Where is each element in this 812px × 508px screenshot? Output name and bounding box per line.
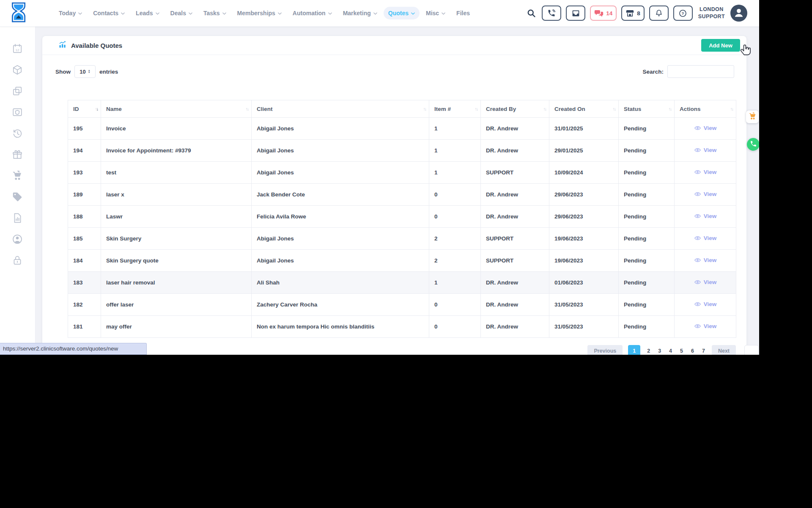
search-input[interactable] <box>667 65 734 78</box>
sidebar-membership-icon[interactable] <box>12 107 23 118</box>
user-icon <box>732 6 745 20</box>
cell-id: 184 <box>68 250 101 272</box>
pagination-page-7[interactable]: 7 <box>701 345 706 355</box>
table-header-row: ID↑↓Name↑↓Client↑↓Item #↑↓Created By↑↓Cr… <box>68 100 736 118</box>
sidebar-package-icon[interactable] <box>12 64 23 75</box>
pagination-previous[interactable]: Previous <box>587 345 623 355</box>
help-button[interactable]: ? <box>673 6 693 21</box>
nav-item-misc[interactable]: Misc <box>421 7 450 19</box>
nav-item-leads[interactable]: Leads <box>131 7 164 19</box>
view-link[interactable]: View <box>694 168 717 176</box>
nav-item-tasks[interactable]: Tasks <box>199 7 231 19</box>
cell-created-on: 19/06/2023 <box>549 228 619 250</box>
column-header-created-on[interactable]: Created On↑↓ <box>549 100 619 118</box>
sidebar-gift-icon[interactable] <box>12 149 23 160</box>
cell-status: Pending <box>619 140 675 162</box>
view-link[interactable]: View <box>694 279 717 286</box>
eye-icon <box>694 146 701 154</box>
cell-name: Invoice for Appointment: #9379 <box>101 140 252 162</box>
notifications-button[interactable] <box>649 6 669 21</box>
column-header-status[interactable]: Status↑↓ <box>619 100 675 118</box>
cell-created-on: 31/05/2023 <box>549 316 619 338</box>
nav-item-memberships[interactable]: Memberships <box>233 7 286 19</box>
cell-item-count: 1 <box>429 272 481 294</box>
cell-name: Skin Surgery quote <box>101 250 252 272</box>
nav-item-contacts[interactable]: Contacts <box>88 7 129 19</box>
cell-actions: View <box>675 228 736 250</box>
view-link[interactable]: View <box>694 323 717 330</box>
cart-icon <box>749 112 757 122</box>
floating-phone-button[interactable] <box>747 138 759 151</box>
sidebar-account-icon[interactable] <box>12 234 23 245</box>
table-row: 184 Skin Surgery quote Abigail Jones 2 S… <box>68 250 736 272</box>
nav-item-deals[interactable]: Deals <box>166 7 197 19</box>
floating-cart-button[interactable] <box>746 110 759 123</box>
sidebar-report-icon[interactable] <box>12 213 23 224</box>
pagination-page-2[interactable]: 2 <box>646 345 651 355</box>
column-header-actions[interactable]: Actions↑↓ <box>675 100 736 118</box>
table-row: 183 laser hair removal Ali Shah 1 DR. An… <box>68 272 736 294</box>
cell-client: Abigail Jones <box>252 140 429 162</box>
cell-actions: View <box>675 184 736 206</box>
pagination-page-3[interactable]: 3 <box>657 345 662 355</box>
inbox-button[interactable] <box>566 6 585 21</box>
cell-status: Pending <box>619 228 675 250</box>
cell-created-by: DR. Andrew <box>481 294 549 316</box>
search-icon[interactable] <box>527 8 536 18</box>
pagination-page-4[interactable]: 4 <box>668 345 673 355</box>
table-row: 185 Skin Surgery Abigail Jones 2 SUPPORT… <box>68 228 736 250</box>
pagination-page-6[interactable]: 6 <box>690 345 695 355</box>
column-header-client[interactable]: Client↑↓ <box>252 100 429 118</box>
pagination-page-5[interactable]: 5 <box>679 345 684 355</box>
eye-icon <box>694 124 701 132</box>
view-link[interactable]: View <box>694 257 717 264</box>
eye-icon <box>694 279 701 286</box>
sidebar-calendar-icon[interactable]: 12 <box>12 43 23 54</box>
chat-count-badge: 14 <box>606 10 612 17</box>
chat-bubbles-icon <box>594 9 604 17</box>
nav-item-today[interactable]: Today <box>54 7 87 19</box>
column-header-name[interactable]: Name↑↓ <box>101 100 252 118</box>
status-url-tooltip: https://server2.clinicsoftware.com/quote… <box>0 343 147 355</box>
view-link[interactable]: View <box>694 146 717 154</box>
phone-button[interactable] <box>542 6 561 21</box>
cell-status: Pending <box>619 184 675 206</box>
cell-actions: View <box>675 140 736 162</box>
column-header-item-[interactable]: Item #↑↓ <box>429 100 481 118</box>
column-header-id[interactable]: ID↑↓ <box>68 100 101 118</box>
sort-arrows-icon: ↑↓ <box>543 106 546 111</box>
view-link[interactable]: View <box>694 190 717 198</box>
page-size-select[interactable]: 10 ▲▼ <box>74 65 96 78</box>
cell-created-by: DR. Andrew <box>481 206 549 228</box>
nav-item-files[interactable]: Files <box>452 7 475 19</box>
quotes-card: Available Quotes Add New Show 10 ▲▼ entr… <box>42 36 746 355</box>
bell-icon <box>655 9 663 17</box>
nav-item-automation[interactable]: Automation <box>288 7 337 19</box>
store-button[interactable]: 8 <box>621 6 645 21</box>
nav-item-marketing[interactable]: Marketing <box>338 7 382 19</box>
add-new-button[interactable]: Add New <box>701 39 740 52</box>
phone-circle-icon <box>750 140 757 149</box>
corner-button[interactable] <box>744 345 759 355</box>
sidebar-lock-icon[interactable] <box>12 255 23 266</box>
sidebar-cart-icon[interactable] <box>12 170 23 181</box>
view-link[interactable]: View <box>694 213 717 220</box>
view-link[interactable]: View <box>694 235 717 242</box>
app-logo-hourglass-icon[interactable] <box>9 2 28 24</box>
column-header-created-by[interactable]: Created By↑↓ <box>481 100 549 118</box>
view-link[interactable]: View <box>694 301 717 308</box>
view-link[interactable]: View <box>694 124 717 132</box>
page-size-control: Show 10 ▲▼ entries <box>55 65 118 78</box>
table-row: 182 offer laser Zachery Carver Rocha 0 D… <box>68 294 736 316</box>
sidebar-history-icon[interactable] <box>12 128 23 139</box>
avatar[interactable] <box>730 5 747 22</box>
cell-item-count: 1 <box>429 118 481 140</box>
chat-button[interactable]: 14 <box>590 6 617 21</box>
pagination-next[interactable]: Next <box>712 345 736 355</box>
sidebar-tags-icon[interactable] <box>12 191 23 202</box>
nav-item-quotes[interactable]: Quotes <box>384 7 420 19</box>
updown-icon: ▲▼ <box>88 69 91 74</box>
sidebar-copy-icon[interactable] <box>12 86 23 97</box>
cell-status: Pending <box>619 206 675 228</box>
pagination-page-1[interactable]: 1 <box>628 345 640 355</box>
